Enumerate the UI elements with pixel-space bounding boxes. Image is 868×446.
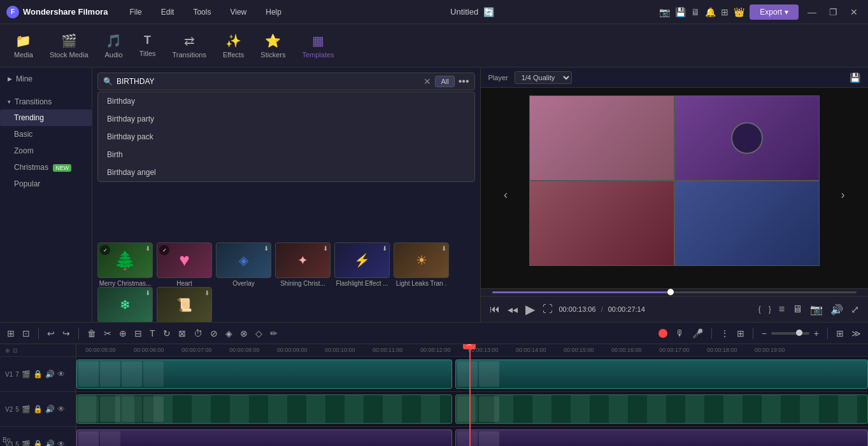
suggestion-birth[interactable]: Birth [98,146,474,164]
add-clip-button[interactable]: ⊕ [117,326,129,340]
nav-popular[interactable]: Popular [0,176,92,192]
thumb-flashlight[interactable]: ⬇ ⚡ Flashlight Effect ... [334,242,390,287]
mute-track-5a[interactable]: 🔊 [45,405,55,414]
close-button[interactable]: ✕ [846,6,862,18]
clear-icon[interactable]: ✕ [423,76,431,87]
text-button[interactable]: T [148,326,157,340]
next-arrow-icon[interactable]: › [841,188,845,202]
track-clip-2b[interactable] [455,394,868,424]
cut-button[interactable]: ✂ [102,326,113,340]
camera-capture-icon[interactable]: 📷 [809,302,824,317]
composite-button[interactable]: ⊗ [238,326,250,340]
add-track-icon[interactable]: ⊞ [5,326,17,340]
maximize-button[interactable]: ❐ [825,6,841,18]
timeline-settings-icon[interactable]: ⊡ [20,326,32,340]
tool-effects[interactable]: ✨ Effects [215,29,252,62]
search-input[interactable] [117,77,420,86]
tool-titles[interactable]: T Titles [132,30,164,61]
nav-trending[interactable]: Trending [0,109,92,126]
suggestion-birthday-party[interactable]: Birthday party [98,110,474,128]
zoom-out-button[interactable]: − [760,326,769,340]
playhead[interactable]: ✂ [469,344,471,446]
thumb-lightleaks[interactable]: ⬇ ☀ Light Leaks Tran . [394,242,449,287]
menu-file[interactable]: File [125,5,145,19]
record-button[interactable] [658,329,667,338]
track-clip-1a[interactable] [76,359,452,389]
tool-transitions[interactable]: ⇄ Transitions [165,29,214,62]
mute-track-7[interactable]: 🔊 [45,370,55,379]
nav-christmas[interactable]: Christmas NEW [0,159,92,176]
more-options-icon[interactable]: ••• [459,76,469,87]
screen-icon[interactable]: 🖥 [691,7,700,17]
nav-basic[interactable]: Basic [0,126,92,143]
prev-arrow-icon[interactable]: ‹ [504,188,508,202]
thumb-holiday[interactable]: ⬇ ❄ Christmas Holid... [97,287,153,322]
suggestion-birthday[interactable]: Birthday [98,92,474,110]
alert-icon[interactable]: 🔔 [705,7,716,17]
group-button[interactable]: ⊞ [735,326,746,340]
play-back-button[interactable]: ◂◂ [506,302,519,317]
thumb-overlay[interactable]: ⬇ ◈ Overlay [216,242,271,287]
add-icon[interactable]: ⊕ [5,347,10,354]
zoom-slider[interactable] [771,332,809,335]
tool-audio[interactable]: 🎵 Audio [97,29,131,62]
menu-edit[interactable]: Edit [157,5,178,19]
tool-stock-media[interactable]: 🎬 Stock Media [42,29,96,62]
monitor-icon[interactable]: 🖥 [791,302,804,316]
list-view-icon[interactable]: ≡ [778,302,786,316]
camera-icon[interactable]: 📷 [659,7,670,17]
play-button[interactable]: ▶ [524,300,536,318]
more-timeline-icon[interactable]: ≫ [850,326,863,340]
volume-icon[interactable]: 🔊 [829,302,844,317]
suggestion-birthday-angel[interactable]: Birthday angel [98,164,474,181]
keyframe-button[interactable]: ◇ [253,326,264,340]
bracket-in-icon[interactable]: { [757,303,762,315]
track-clip-3a[interactable] [76,429,452,446]
tool-templates[interactable]: ▦ Templates [294,29,341,62]
mask-button[interactable]: ◈ [224,326,234,340]
lock-icon[interactable]: ⊡ [13,347,18,354]
menu-help[interactable]: Help [262,5,285,19]
lock-track-7[interactable]: 🔒 [33,370,43,379]
nav-zoom[interactable]: Zoom [0,143,92,159]
zoom-in-button[interactable]: + [812,326,821,340]
mute-track-5b[interactable]: 🔊 [45,440,55,446]
crop-button[interactable]: ⊠ [176,326,188,340]
delete-button[interactable]: 🗑 [85,326,98,340]
tool-stickers[interactable]: ⭐ Stickers [253,29,293,62]
undo-button[interactable]: ↩ [45,326,57,340]
menu-view[interactable]: View [226,5,250,19]
split-button[interactable]: ⊟ [132,326,144,340]
tool-media[interactable]: 📁 Media [6,29,41,62]
player-save-icon[interactable]: 💾 [850,73,860,83]
track-clip-3b[interactable] [455,429,868,446]
suggestion-birthday-pack[interactable]: Birthday pack [98,128,474,146]
voice-button[interactable]: 🎤 [690,326,705,340]
minimize-button[interactable]: — [804,6,820,18]
menu-tools[interactable]: Tools [189,5,215,19]
quality-select[interactable]: 1/4 Quality1/2 QualityFull Quality [515,71,572,84]
edit-button[interactable]: ✏ [268,326,280,340]
track-clip-2a[interactable] [76,394,452,424]
filter-all-button[interactable]: All [435,76,454,87]
thumb-shining[interactable]: ⬇ ✦ Shining Christ... [275,242,331,287]
thumb-heart[interactable]: ✓ ♥ Heart [157,242,212,287]
eye-track-7[interactable]: 👁 [57,370,65,379]
audio-track-icon[interactable]: 🎙 [674,326,687,340]
bracket-out-icon[interactable]: } [767,303,772,315]
scale-button[interactable]: ⊘ [208,326,220,340]
lock-track-5a[interactable]: 🔒 [33,405,43,414]
export-button[interactable]: Export ▾ [750,4,799,20]
eye-track-5a[interactable]: 👁 [57,405,65,414]
lock-track-5b[interactable]: 🔒 [33,440,43,446]
progress-container[interactable] [481,288,869,296]
save-icon[interactable]: 💾 [675,7,686,17]
step-back-button[interactable]: ⏮ [488,302,501,316]
timer-button[interactable]: ⏱ [192,326,204,340]
crown-icon[interactable]: 👑 [734,7,744,17]
expand-icon[interactable]: ⤢ [850,302,860,317]
snap-button[interactable]: ⋮ [718,326,731,340]
track-clip-1b[interactable] [455,359,868,389]
transitions-section-header[interactable]: ▾ Transitions [0,94,92,109]
redo-button[interactable]: ↪ [60,326,72,340]
